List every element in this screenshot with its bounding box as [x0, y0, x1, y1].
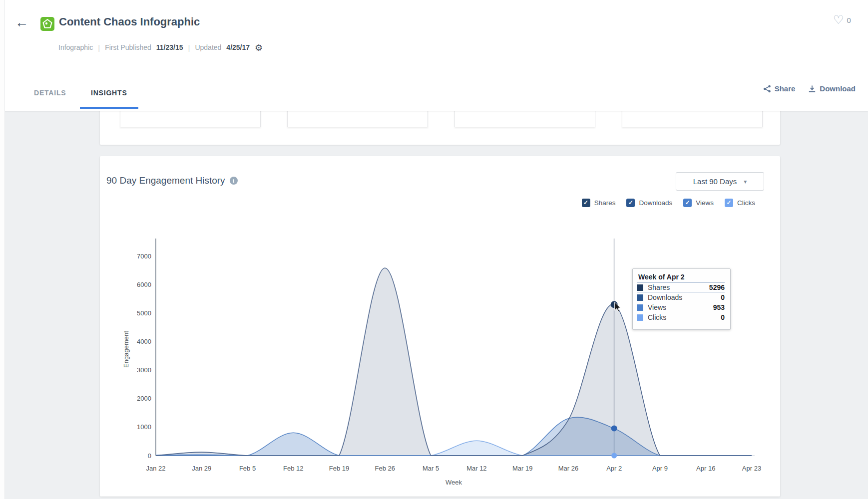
legend-item-clicks[interactable]: Clicks: [725, 199, 755, 207]
y-tick-label: 0: [148, 452, 151, 460]
legend-item-shares[interactable]: Shares: [582, 199, 616, 207]
page-title: Content Chaos Infographic: [59, 15, 200, 28]
clicks-swatch: [637, 314, 643, 321]
series-line-views: [156, 417, 752, 456]
date-range-value: Last 90 Days: [693, 177, 737, 186]
first-published-label: First Published: [105, 43, 151, 51]
tooltip-label: Clicks: [648, 313, 716, 321]
shares-label: Shares: [594, 199, 616, 207]
y-tick-label: 4000: [137, 338, 151, 345]
back-button[interactable]: ←: [15, 15, 28, 30]
info-icon[interactable]: i: [230, 177, 238, 185]
engagement-history-card: 90 Day Engagement History i Last 90 Days…: [100, 156, 780, 497]
x-tick-label: Jan 22: [146, 465, 165, 472]
tooltip-value: 0: [721, 293, 725, 301]
active-tab-underline: [80, 107, 138, 109]
x-tick-label: Apr 16: [696, 465, 715, 472]
tooltip-value: 0: [721, 313, 725, 321]
x-tick-label: Mar 5: [423, 465, 439, 472]
meta-divider: |: [98, 43, 100, 52]
y-tick-label: 5000: [137, 309, 151, 317]
updated-label: Updated: [195, 43, 221, 51]
clicks-checkbox[interactable]: [725, 199, 733, 207]
y-tick-label: 1000: [137, 423, 151, 431]
x-tick-label: Mar 26: [558, 465, 578, 472]
date-range-dropdown[interactable]: Last 90 Days ▾: [676, 172, 764, 191]
tooltip-value: 5296: [709, 283, 725, 291]
first-published-date: 11/23/15: [156, 43, 183, 51]
tooltip-value: 953: [713, 303, 725, 311]
legend-item-views[interactable]: Views: [683, 199, 714, 207]
tooltip-row-views: Views 953: [637, 302, 725, 312]
share-label: Share: [775, 84, 796, 93]
tab-insights[interactable]: INSIGHTS: [91, 89, 127, 97]
mouse-cursor: [615, 302, 621, 311]
tooltip-row-shares: Shares 5296: [637, 282, 725, 292]
y-tick-label: 2000: [137, 395, 151, 402]
asset-meta: Infographic | First Published 11/23/15 |…: [58, 43, 263, 52]
settings-gear-icon[interactable]: ⚙: [255, 43, 263, 52]
likes: ♡ 0: [833, 14, 851, 26]
highlight-dot-shares: [611, 301, 618, 308]
download-icon: [808, 85, 816, 93]
page-header: ← Content Chaos Infographic Infographic …: [0, 0, 868, 111]
chart-title: 90 Day Engagement History: [106, 175, 225, 186]
highlight-dot-clicks: [611, 453, 617, 459]
tooltip-label: Downloads: [648, 293, 716, 301]
meta-divider: |: [188, 43, 190, 52]
series-line-clicks: [156, 441, 752, 456]
tooltip-label: Shares: [648, 283, 705, 291]
x-tick-label: Feb 19: [329, 465, 349, 472]
x-tick-label: Mar 12: [466, 465, 486, 472]
tab-details[interactable]: DETAILS: [34, 89, 66, 97]
downloads-swatch: [637, 294, 643, 301]
shares-swatch: [637, 284, 643, 291]
x-tick-label: Feb 5: [239, 465, 256, 472]
views-label: Views: [696, 199, 714, 207]
y-tick-label: 6000: [137, 281, 151, 288]
updated-date: 4/25/17: [226, 43, 250, 51]
series-legend: Shares Downloads Views Clicks: [582, 199, 755, 207]
tooltip-row-downloads: Downloads 0: [637, 292, 725, 302]
like-count: 0: [847, 16, 851, 24]
tooltip-title: Week of Apr 2: [638, 273, 725, 281]
shares-checkbox[interactable]: [582, 199, 590, 207]
window-edge: [0, 0, 5, 499]
x-axis-title: Week: [445, 479, 462, 486]
share-icon: [763, 85, 771, 93]
heart-icon[interactable]: ♡: [833, 14, 844, 26]
x-tick-label: Feb 12: [283, 465, 303, 472]
views-swatch: [637, 304, 643, 311]
x-tick-label: Apr 2: [606, 465, 622, 472]
chart-tooltip: Week of Apr 2 Shares 5296 Downloads 0 Vi…: [632, 268, 731, 330]
series-area-views: [156, 417, 752, 456]
download-label: Download: [820, 84, 856, 93]
y-axis-title: Engagement: [122, 331, 130, 368]
x-tick-label: Mar 19: [512, 465, 532, 472]
asset-type-label: Infographic: [58, 43, 93, 51]
x-tick-label: Apr 23: [742, 465, 761, 472]
tooltip-label: Views: [648, 303, 709, 311]
series-area-clicks: [156, 441, 752, 456]
x-tick-label: Jan 29: [192, 465, 211, 472]
clicks-label: Clicks: [737, 199, 755, 207]
tooltip-row-clicks: Clicks 0: [637, 312, 725, 322]
chevron-down-icon: ▾: [744, 178, 747, 185]
x-tick-label: Apr 9: [652, 465, 668, 472]
views-checkbox[interactable]: [683, 199, 692, 207]
downloads-label: Downloads: [639, 199, 672, 207]
y-tick-label: 3000: [137, 366, 151, 374]
header-actions: Share Download: [763, 84, 856, 93]
downloads-checkbox[interactable]: [626, 199, 635, 207]
y-tick-label: 7000: [137, 252, 151, 260]
download-button[interactable]: Download: [808, 84, 856, 93]
highlight-dot-views: [611, 426, 617, 432]
x-tick-label: Feb 26: [375, 465, 395, 472]
legend-item-downloads[interactable]: Downloads: [626, 199, 672, 207]
share-button[interactable]: Share: [763, 84, 796, 93]
infographic-thumbnail-icon: [40, 17, 54, 31]
